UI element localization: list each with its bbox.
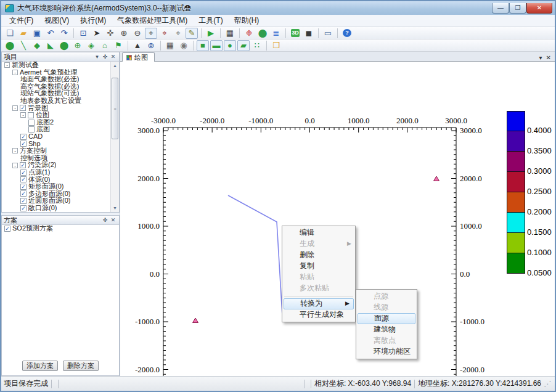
- checkbox-checked[interactable]: ✓: [20, 205, 27, 211]
- context-menu-item[interactable]: 编辑: [282, 227, 355, 239]
- vertex-insert-icon[interactable]: ⌖: [158, 28, 171, 39]
- grid-settings-icon[interactable]: ▦: [224, 28, 236, 39]
- checkbox-checked[interactable]: ✓: [20, 162, 26, 168]
- minimize-button-icon[interactable]: —: [492, 3, 509, 14]
- tree-item[interactable]: 地面气象数据(必选): [2, 76, 119, 83]
- save-icon[interactable]: ▣: [31, 28, 43, 39]
- submenu-item[interactable]: 点源: [356, 291, 417, 302]
- submenu-item[interactable]: 建筑物: [356, 324, 417, 335]
- tree-item[interactable]: -Aermet 气象预处理: [2, 69, 119, 76]
- chevron-down-icon[interactable]: ▾: [93, 53, 101, 60]
- submenu-item[interactable]: 面源: [358, 313, 415, 324]
- building-tool-icon[interactable]: ⌂: [99, 40, 111, 51]
- checkbox-unchecked[interactable]: [28, 112, 34, 118]
- new-file-icon[interactable]: ❏: [4, 28, 16, 39]
- legend-colors-tool-icon[interactable]: ❒: [270, 40, 282, 51]
- line-source-tool-icon[interactable]: ╲: [17, 40, 30, 51]
- pit-source-tool-icon[interactable]: ⊕: [72, 40, 84, 51]
- menu-item-1[interactable]: 视图(V): [39, 14, 75, 27]
- context-menu-item[interactable]: 粘贴: [282, 272, 355, 283]
- checkbox-checked[interactable]: ✓: [20, 105, 26, 111]
- tree-item[interactable]: ✓点源(1): [2, 169, 119, 176]
- checkbox-checked[interactable]: ✓: [20, 169, 27, 176]
- title-bar[interactable]: 大气环境影响评价系统(AermodSystem)3.0--新测试叠 — ❐ ✕: [1, 1, 555, 15]
- open-folder-icon[interactable]: ▰: [17, 28, 30, 39]
- tree-expander-icon[interactable]: -: [12, 148, 18, 153]
- drawing-surface[interactable]: -3000.0-2000.0-1000.00.01000.02000.03000…: [120, 62, 555, 376]
- menu-item-2[interactable]: 执行(M): [75, 14, 112, 27]
- grid-receptor-tool-icon[interactable]: ▦: [164, 40, 176, 51]
- point-source-tool-icon[interactable]: ⬤: [4, 40, 16, 51]
- menu-item-5[interactable]: 帮助(H): [229, 14, 265, 27]
- resize-grip-icon[interactable]: ⋰: [544, 380, 552, 388]
- pin-icon[interactable]: ✜: [101, 216, 109, 224]
- checkbox-checked[interactable]: ✓: [20, 141, 27, 147]
- submenu-item[interactable]: 线源: [356, 302, 417, 313]
- volume-source-tool-icon[interactable]: ◈: [85, 40, 97, 51]
- ellipse-source-tool-icon[interactable]: ⬤: [58, 40, 70, 51]
- checkbox-checked[interactable]: ✓: [20, 198, 27, 204]
- tree-expander-icon[interactable]: -: [20, 112, 26, 118]
- tree-item[interactable]: 现站气象数据(可选): [2, 90, 119, 97]
- checkbox-checked[interactable]: ✓: [20, 134, 27, 140]
- vertex-select-icon[interactable]: ⌖: [145, 28, 157, 39]
- close-button-icon[interactable]: ✕: [526, 3, 552, 14]
- tree-item[interactable]: ✓多边形面源(0): [2, 190, 119, 198]
- context-menu-item[interactable]: 生成▶: [282, 239, 355, 250]
- tree-item[interactable]: 高空气象数据(必选): [2, 83, 119, 91]
- checkbox-checked[interactable]: ✓: [20, 190, 27, 197]
- tree-item[interactable]: ✓近圆形面源(0): [2, 197, 119, 205]
- undo-icon[interactable]: ↶: [44, 28, 57, 39]
- tree-item[interactable]: 控制选项: [2, 155, 119, 162]
- menu-item-0[interactable]: 文件(F): [4, 14, 39, 27]
- contour-colors-icon[interactable]: ❉: [243, 28, 255, 39]
- close-icon[interactable]: ✕: [109, 53, 117, 60]
- submenu-item[interactable]: 离散点: [356, 335, 417, 346]
- terrain-tool-icon[interactable]: ▲: [131, 40, 144, 51]
- globe-tool-icon[interactable]: ⊚: [145, 40, 157, 51]
- cube-view-icon[interactable]: ◼: [303, 28, 315, 39]
- project-tree-scrollbar[interactable]: ▲ ≡ ▼: [110, 62, 119, 212]
- checkbox-checked[interactable]: ✓: [20, 184, 27, 190]
- flag-receptor-tool-icon[interactable]: ⚑: [112, 40, 125, 51]
- tree-item[interactable]: -位图: [2, 112, 119, 119]
- run-model-icon[interactable]: ▶: [205, 28, 217, 39]
- menu-item-4[interactable]: 工具(T): [193, 14, 228, 27]
- checkbox-checked[interactable]: ✓: [4, 226, 10, 232]
- select-cursor-icon[interactable]: ➤: [91, 28, 103, 39]
- context-menu-item[interactable]: 复制: [282, 261, 355, 272]
- checkbox-checked[interactable]: ✓: [20, 176, 27, 182]
- pan-hand-icon[interactable]: ✜: [104, 28, 117, 39]
- region-rect-tool-icon[interactable]: ▬: [210, 40, 223, 51]
- tree-item[interactable]: -方案控制: [2, 147, 119, 155]
- checkbox-unchecked[interactable]: [28, 120, 35, 126]
- close-icon[interactable]: ✕: [109, 216, 117, 224]
- fit-view-icon[interactable]: ⊡: [77, 28, 89, 39]
- scroll-up-icon[interactable]: ▲: [111, 62, 119, 70]
- checkbox-unchecked[interactable]: [28, 126, 35, 133]
- polar-receptor-tool-icon[interactable]: ◉: [178, 40, 190, 51]
- vertex-delete-icon[interactable]: ⌖: [172, 28, 184, 39]
- pin-icon[interactable]: ✜: [101, 53, 109, 60]
- region-square-tool-icon[interactable]: ■: [197, 40, 209, 51]
- tree-item[interactable]: -✓背景图: [2, 105, 119, 112]
- help-icon[interactable]: ?: [341, 28, 353, 39]
- edit-shape-icon[interactable]: ✎: [186, 28, 198, 39]
- context-menu-item[interactable]: 转换为▶: [284, 298, 354, 309]
- view-3d-icon[interactable]: 3D: [289, 28, 301, 39]
- tree-expander-icon[interactable]: -: [4, 62, 10, 68]
- menu-item-3[interactable]: 气象数据处理工具(M): [112, 14, 193, 27]
- tab-close-icon[interactable]: ✕: [546, 54, 551, 61]
- tree-item[interactable]: 地表参数及其它设置: [2, 97, 119, 105]
- tab-drawing[interactable]: 绘图: [122, 52, 155, 62]
- tree-item[interactable]: -新测试叠: [2, 62, 119, 69]
- add-scheme-button[interactable]: 添加方案: [22, 361, 58, 371]
- scroll-down-icon[interactable]: ▼: [111, 204, 119, 212]
- redo-icon[interactable]: ↷: [58, 28, 70, 39]
- polygon-source-tool-icon[interactable]: ◣: [44, 40, 57, 51]
- screen-capture-icon[interactable]: ▭: [322, 28, 334, 39]
- tree-item[interactable]: ✓敞口源(0): [2, 205, 119, 212]
- layers-icon[interactable]: ≣: [270, 28, 282, 39]
- tree-item[interactable]: ✓Shp: [2, 141, 119, 148]
- area-source-tool-icon[interactable]: ◆: [31, 40, 43, 51]
